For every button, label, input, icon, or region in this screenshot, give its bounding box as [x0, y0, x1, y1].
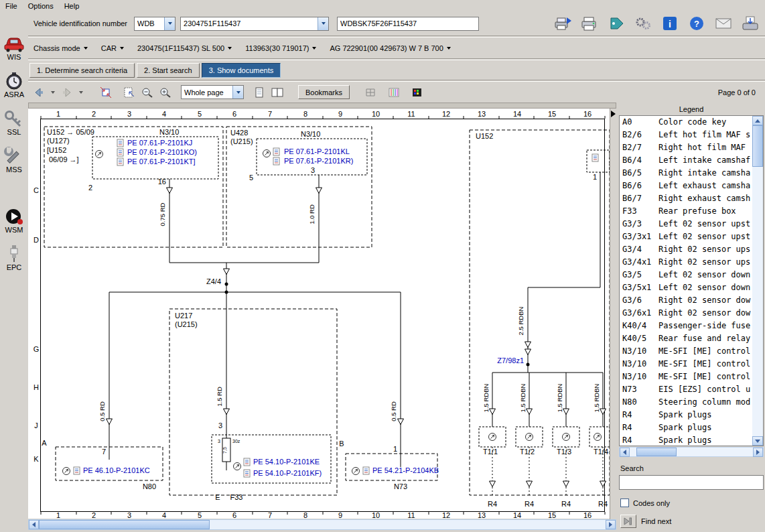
- chassis-mode-menu[interactable]: Chassis mode: [33, 44, 88, 52]
- help-icon[interactable]: ?: [687, 15, 706, 31]
- tab-start-search[interactable]: 2. Start search: [137, 63, 200, 78]
- search-input[interactable]: [619, 475, 764, 490]
- scroll-down-button[interactable]: [752, 436, 763, 446]
- scroll-left-button[interactable]: [29, 520, 39, 529]
- export-tray-icon[interactable]: [741, 15, 760, 31]
- doc-link[interactable]: PE 54.21-P-2104KB: [372, 466, 439, 474]
- legend-row[interactable]: G3/5Left 02 sensor down: [620, 269, 752, 281]
- bookmarks-button[interactable]: Bookmarks: [298, 85, 350, 99]
- legend-row[interactable]: R4Spark plugs: [620, 421, 752, 434]
- sidebar-item-epc[interactable]: EPC: [0, 245, 28, 271]
- print-icon[interactable]: [580, 15, 599, 31]
- back-history-dropdown[interactable]: [49, 85, 57, 100]
- scroll-track[interactable]: [39, 520, 606, 529]
- mail-icon[interactable]: [714, 15, 733, 31]
- legend-row[interactable]: B2/7Right hot film MAF: [620, 141, 752, 154]
- scroll-up-button[interactable]: [752, 116, 763, 125]
- menu-options[interactable]: Options: [23, 1, 59, 11]
- info-icon[interactable]: i: [660, 15, 679, 31]
- splitter-bar[interactable]: [28, 103, 616, 109]
- menu-file[interactable]: File: [0, 1, 23, 11]
- zoom-area-button[interactable]: [121, 85, 137, 100]
- tab-determine-search-criteria[interactable]: 1. Determine search criteria: [29, 63, 135, 78]
- menu-help[interactable]: Help: [59, 1, 85, 11]
- doc-link[interactable]: PE 07.61-P-2101KL: [284, 147, 350, 155]
- scroll-track[interactable]: [630, 448, 753, 456]
- fit-view-button[interactable]: [98, 85, 114, 100]
- legend-row[interactable]: A0Color code key: [620, 116, 752, 129]
- legend-row[interactable]: B6/6Left exhaust camsha: [620, 180, 752, 192]
- legend-row[interactable]: G3/3x1Left 02 sensor upst: [620, 230, 752, 243]
- sidebar-item-wsm[interactable]: WSM: [0, 207, 28, 234]
- settings-gears-icon[interactable]: [634, 15, 652, 31]
- legend-horizontal-scrollbar[interactable]: [619, 447, 764, 457]
- legend-row[interactable]: N3/10ME-SFI [ME] control: [620, 371, 752, 383]
- legend-row[interactable]: K40/4Passenger-side fuse: [620, 320, 752, 332]
- legend-row[interactable]: G3/4Right 02 sensor ups: [620, 243, 752, 256]
- full-vin-field[interactable]: [337, 17, 479, 31]
- codes-only-checkbox[interactable]: [620, 498, 629, 507]
- diagram-vertical-scrollbar[interactable]: [610, 109, 616, 519]
- scroll-thumb[interactable]: [39, 520, 210, 529]
- scroll-thumb[interactable]: [752, 125, 763, 167]
- wiring-diagram-canvas[interactable]: 12345678910111213141516 1234567891011121…: [28, 109, 610, 519]
- zoom-out-button[interactable]: [139, 85, 155, 100]
- forward-button[interactable]: [59, 85, 75, 100]
- legend-row[interactable]: F33Rear prefuse box: [620, 205, 752, 218]
- doc-link[interactable]: PE 54.10-P-2101KF): [253, 469, 322, 477]
- model-menu[interactable]: 230475(1F115437) SL 500: [137, 44, 232, 52]
- doc-link[interactable]: PE 07.61-P-2101KT]: [127, 157, 196, 165]
- dropdown-arrow-icon[interactable]: [232, 86, 243, 98]
- wmi-combo[interactable]: WDB: [134, 17, 176, 31]
- sidebar-item-ssl[interactable]: SSL: [0, 109, 28, 136]
- dropdown-arrow-icon[interactable]: [164, 17, 175, 30]
- legend-row[interactable]: B2/6Left hot film MAF s: [620, 129, 752, 141]
- single-page-button[interactable]: [251, 85, 267, 100]
- find-next-button[interactable]: Find next: [620, 515, 762, 528]
- legend-row[interactable]: N80Steering column mod: [620, 396, 752, 409]
- vin-combo[interactable]: 2304751F115437: [180, 17, 329, 31]
- scroll-right-button[interactable]: [753, 448, 763, 457]
- doc-link[interactable]: PE 07.61-P-2101KO): [127, 148, 197, 156]
- legend-row[interactable]: G3/6Right 02 sensor dow: [620, 294, 752, 307]
- legend-row[interactable]: G3/5x1Left 02 sensor down: [620, 281, 752, 294]
- legend-row[interactable]: N3/10ME-SFI [ME] control: [620, 358, 752, 371]
- engine-menu[interactable]: 113963(30 719017): [245, 44, 316, 52]
- dropdown-arrow-icon[interactable]: [318, 17, 328, 30]
- doc-link[interactable]: PE 54.10-P-2101KE: [253, 458, 320, 466]
- legend-row[interactable]: B6/5Right intake camsha: [620, 167, 752, 180]
- back-button[interactable]: [31, 85, 47, 100]
- tag-icon[interactable]: [607, 15, 626, 31]
- doc-link[interactable]: Z7/98z1: [497, 356, 524, 364]
- legend-row[interactable]: K40/5Rear fuse and relay: [620, 332, 752, 345]
- chassis-type-menu[interactable]: CAR: [101, 44, 124, 52]
- transmission-menu[interactable]: AG 722901(00 429673) W 7 B 700: [330, 44, 450, 52]
- facing-pages-button[interactable]: [269, 85, 285, 100]
- scroll-left-button[interactable]: [620, 448, 630, 457]
- doc-link[interactable]: PE 46.10-P-2101KC: [83, 466, 150, 474]
- legend-row[interactable]: B6/4Left intake camshaf: [620, 154, 752, 167]
- zoom-in-button[interactable]: [157, 85, 173, 100]
- legend-vertical-scrollbar[interactable]: [752, 116, 763, 446]
- legend-row[interactable]: R4Spark plugs: [620, 409, 752, 421]
- tab-show-documents[interactable]: 3. Show documents: [202, 63, 281, 78]
- doc-link[interactable]: PE 07.61-P-2101KJ: [127, 139, 192, 147]
- forward-history-dropdown[interactable]: [77, 85, 85, 100]
- legend-row[interactable]: G3/6x1Right 02 sensor dow: [620, 307, 752, 320]
- zoom-mode-combo[interactable]: Whole page: [181, 85, 244, 99]
- scroll-right-button[interactable]: [606, 520, 616, 529]
- legend-row[interactable]: G3/3Left 02 sensor upst: [620, 218, 752, 230]
- sidebar-item-asra[interactable]: ASRA: [0, 72, 28, 98]
- print-request-icon[interactable]: [553, 15, 572, 31]
- legend-row[interactable]: N3/10ME-SFI [ME] control: [620, 345, 752, 358]
- grid-toggle-button[interactable]: [362, 85, 378, 100]
- color-bars-button[interactable]: [386, 85, 402, 100]
- color-settings-button[interactable]: [409, 85, 425, 100]
- legend-row[interactable]: B6/7Right exhaust camsh: [620, 192, 752, 205]
- doc-link[interactable]: PE 07.61-P-2101KR): [284, 157, 353, 165]
- diagram-horizontal-scrollbar[interactable]: [28, 519, 616, 530]
- legend-row[interactable]: N73EIS [EZS] control u: [620, 383, 752, 396]
- sidebar-item-wis[interactable]: WIS: [0, 34, 28, 61]
- legend-row[interactable]: G3/4x1Right 02 sensor ups: [620, 256, 752, 269]
- legend-row[interactable]: R4Spark plugs: [620, 434, 752, 446]
